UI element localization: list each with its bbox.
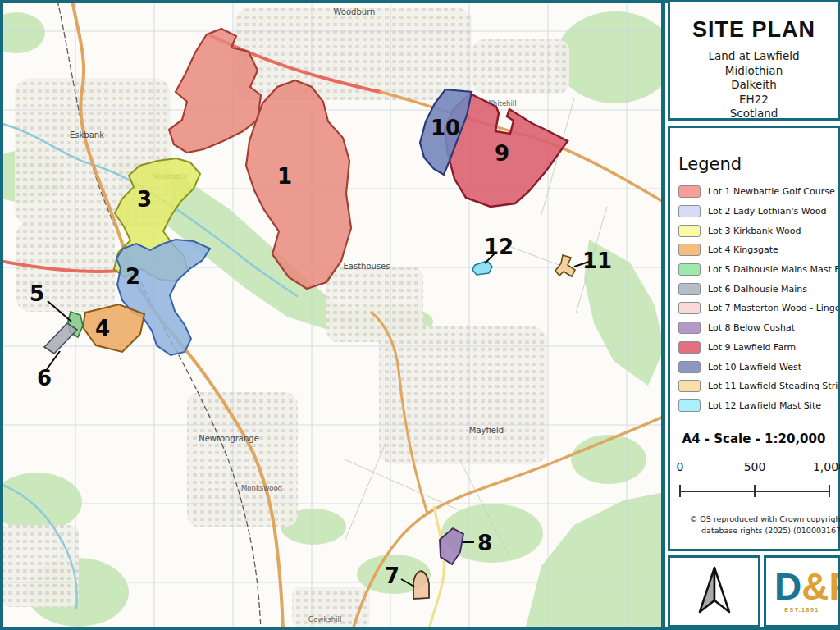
lot-1-number: 1 <box>277 164 292 189</box>
dr-logo: D&R <box>774 564 840 609</box>
lot-7-polygon <box>413 571 429 599</box>
lot-9-number: 9 <box>495 141 509 166</box>
lot-11-swatch <box>678 380 701 392</box>
legend-item-label: Lot 4 Kingsgate <box>708 244 778 255</box>
legend-item-label: Lot 7 Masterton Wood - Lingerwood <box>708 303 838 313</box>
place-label-eskbank: Eskbank <box>70 130 104 139</box>
legend-item-lot-4: Lot 4 Kingsgate <box>670 240 838 260</box>
legend-box: Legend Lot 1 Newbattle Golf Course Lot 2… <box>668 126 840 551</box>
place-label-easthouses: Easthouses <box>344 262 390 271</box>
legend-item-lot-1: Lot 1 Newbattle Golf Course <box>670 182 838 202</box>
lot-9-swatch <box>678 341 701 354</box>
lot-7-swatch <box>678 302 701 314</box>
page-title: SITE PLAN <box>692 17 815 43</box>
legend-item-label: Lot 2 Lady Lothian's Wood <box>708 206 826 217</box>
scale-tick-500: 500 <box>737 460 773 473</box>
logo-established-text: EST.1891 <box>766 607 838 613</box>
scale-bar-tick-left <box>679 485 681 497</box>
legend-item-lot-5: Lot 5 Dalhousie Mains Mast Field <box>670 260 838 280</box>
legend-item-lot-2: Lot 2 Lady Lothian's Wood <box>670 202 838 221</box>
legend-heading: Legend <box>678 154 838 174</box>
title-box: SITE PLAN Land at Lawfield Midlothian Da… <box>668 0 840 121</box>
lot-2-swatch <box>678 205 701 217</box>
legend-item-label: Lot 3 Kirkbank Wood <box>708 226 801 236</box>
logo-letter-r: R <box>829 565 840 608</box>
legend-item-label: Lot 12 Lawfield Mast Site <box>708 400 821 411</box>
scale-bar-tick-middle <box>754 485 756 497</box>
lot-10-number: 10 <box>431 116 460 140</box>
address-line-3: Dalkeith <box>708 78 799 93</box>
lot-7-number: 7 <box>385 564 399 588</box>
dr-logo-box: D&R EST.1891 <box>764 555 840 628</box>
north-arrow-box <box>668 555 760 628</box>
address-line-4: EH22 <box>708 93 799 107</box>
place-label-newtongrange: Newtongrange <box>199 434 259 443</box>
lot-4-number: 4 <box>95 316 110 340</box>
lot-4-swatch <box>678 244 701 256</box>
place-label-gowkshill: Gowkshill <box>308 615 342 623</box>
legend-item-lot-3: Lot 3 Kirkbank Wood <box>670 221 838 240</box>
logo-letter-d: D <box>774 565 801 608</box>
lot-3-number: 3 <box>137 187 152 212</box>
lot-3-swatch <box>678 225 701 237</box>
legend-item-lot-6: Lot 6 Dalhousie Mains <box>670 279 838 299</box>
legend-item-lot-7: Lot 7 Masterton Wood - Lingerwood <box>670 299 838 318</box>
place-label-woodburn: Woodburn <box>334 7 376 16</box>
os-copyright: © OS reproduced with Crown copyright and… <box>677 514 840 536</box>
legend-item-lot-12: Lot 12 Lawfield Mast Site <box>670 396 838 416</box>
lot-11-number: 11 <box>582 249 612 273</box>
legend-item-label: Lot 10 Lawfield West <box>708 362 801 372</box>
map-panel: Woodburn Eskbank Newbattle Easthouses Wh… <box>3 3 661 627</box>
legend-item-label: Lot 6 Dalhousie Mains <box>708 284 807 294</box>
site-map: Woodburn Eskbank Newbattle Easthouses Wh… <box>3 3 661 627</box>
lot-5-swatch <box>678 263 701 276</box>
legend-item-label: Lot 5 Dalhousie Mains Mast Field <box>708 264 838 275</box>
lot-8-number: 8 <box>477 531 492 555</box>
lot-12-swatch <box>678 399 701 412</box>
scale-text: A4 - Scale - 1:20,000 <box>670 431 838 446</box>
scale-tick-1000: 1,000 <box>810 460 840 473</box>
frame-left <box>0 0 3 630</box>
legend-item-label: Lot 11 Lawfield Steading Strip <box>708 381 838 391</box>
place-label-monkswood: Monkswood <box>241 484 282 492</box>
lot-6-number: 6 <box>37 366 52 390</box>
lot-8-swatch <box>678 322 701 334</box>
lot-1-swatch <box>678 185 701 198</box>
copyright-line-1: © OS reproduced with Crown copyright and <box>677 514 840 525</box>
copyright-line-2: database rights (2025) (0100031673) <box>677 525 840 536</box>
lot-2-number: 2 <box>126 264 140 289</box>
lot-6-swatch <box>678 283 701 295</box>
legend-item-lot-8: Lot 8 Below Cushat <box>670 318 838 338</box>
lot-12-number: 12 <box>484 235 514 259</box>
legend-item-lot-9: Lot 9 Lawfield Farm <box>670 338 838 358</box>
scale-bar-tick-right <box>829 485 830 497</box>
lot-5-number: 5 <box>30 281 44 306</box>
legend-item-lot-10: Lot 10 Lawfield West <box>670 357 838 377</box>
logo-ampersand: & <box>801 565 829 608</box>
site-address: Land at Lawfield Midlothian Dalkeith EH2… <box>708 49 799 121</box>
frame-map-divider <box>661 0 665 630</box>
scale-tick-0: 0 <box>669 460 692 473</box>
legend-item-label: Lot 9 Lawfield Farm <box>708 342 796 353</box>
legend-item-label: Lot 8 Below Cushat <box>708 322 795 333</box>
address-line-1: Land at Lawfield <box>708 49 799 64</box>
place-label-mayfield: Mayfield <box>469 426 504 435</box>
legend-item-label: Lot 1 Newbattle Golf Course <box>708 186 835 197</box>
address-line-2: Midlothian <box>708 64 799 79</box>
legend-item-lot-11: Lot 11 Lawfield Steading Strip <box>670 377 838 396</box>
north-arrow-icon <box>690 564 739 619</box>
address-line-5: Scotland <box>708 107 799 121</box>
lot-10-swatch <box>678 361 701 373</box>
